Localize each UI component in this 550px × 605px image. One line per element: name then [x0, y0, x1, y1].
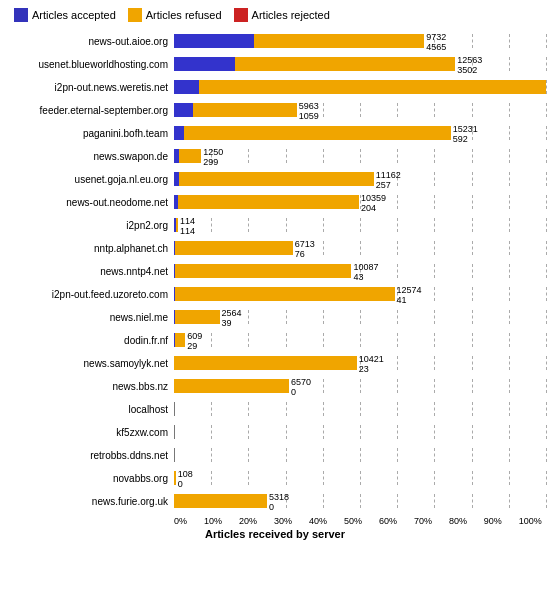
row-label: localhost — [4, 404, 174, 415]
bars-section: 125633502 — [174, 57, 546, 71]
table-row: news.nntp4.net1008743 — [4, 260, 546, 282]
table-row: novabbs.org1080 — [4, 467, 546, 489]
chart-area: news-out.aioe.org97324565usenet.blueworl… — [4, 30, 546, 513]
bars-section: 114114 — [174, 218, 546, 232]
grid-line — [546, 310, 547, 324]
table-row: retrobbs.ddns.net — [4, 444, 546, 466]
rejected-color-box — [234, 8, 248, 22]
grid-line — [546, 425, 547, 439]
table-row: news.swapon.de1250299 — [4, 145, 546, 167]
bars-section: 1008743 — [174, 264, 546, 278]
grid-line — [546, 356, 547, 370]
bar-accepted — [174, 34, 254, 48]
bars-section — [174, 425, 546, 439]
accepted-color-box — [14, 8, 28, 22]
grid-line — [546, 333, 547, 347]
row-label: retrobbs.ddns.net — [4, 450, 174, 461]
bar-refused — [175, 287, 395, 301]
bar-group — [174, 57, 546, 71]
bar-refused — [254, 34, 424, 48]
row-label: usenet.goja.nl.eu.org — [4, 174, 174, 185]
bar-refused — [184, 126, 451, 140]
bar-refused — [193, 103, 297, 117]
row-label: news.swapon.de — [4, 151, 174, 162]
table-row: kf5zxw.com — [4, 421, 546, 443]
table-row: dodin.fr.nf60929 — [4, 329, 546, 351]
bar-value-label: 1042123 — [357, 354, 384, 374]
row-label: i2pn2.org — [4, 220, 174, 231]
bar-refused — [175, 310, 220, 324]
bar-value-label: 15231592 — [451, 124, 478, 144]
grid-line — [546, 218, 547, 232]
bar-refused — [175, 241, 292, 255]
table-row: localhost — [4, 398, 546, 420]
bars-section: 1042123 — [174, 356, 546, 370]
bars-section: 65700 — [174, 379, 546, 393]
table-row: feeder.eternal-september.org59631059 — [4, 99, 546, 121]
bar-refused — [179, 149, 201, 163]
bar-refused — [199, 80, 546, 94]
row-label: news-out.neodome.net — [4, 197, 174, 208]
rejected-label: Articles rejected — [252, 9, 330, 21]
legend: Articles accepted Articles refused Artic… — [14, 8, 546, 22]
x-axis-label: 100% — [519, 516, 542, 526]
bars-section — [174, 402, 546, 416]
table-row: nntp.alphanet.ch671376 — [4, 237, 546, 259]
grid-line — [546, 80, 547, 94]
row-label: novabbs.org — [4, 473, 174, 484]
table-row: news.samoylyk.net1042123 — [4, 352, 546, 374]
x-axis-label: 70% — [414, 516, 432, 526]
bar-group — [174, 494, 546, 508]
bar-refused — [174, 494, 267, 508]
bar-group — [174, 333, 546, 347]
bar-group — [174, 425, 546, 439]
bar-group — [174, 241, 546, 255]
bar-group — [174, 218, 546, 232]
bar-group — [174, 402, 546, 416]
grid-line — [546, 264, 547, 278]
bar-value-label: 53180 — [267, 492, 289, 512]
x-axis-label: 30% — [274, 516, 292, 526]
bar-group — [174, 379, 546, 393]
bars-section: 11162257 — [174, 172, 546, 186]
bar-refused — [174, 356, 356, 370]
bar-value-label: 11162257 — [374, 170, 401, 190]
bar-group — [174, 34, 546, 48]
bars-section: 256439 — [174, 310, 546, 324]
x-axis-label: 20% — [239, 516, 257, 526]
table-row: i2pn2.org114114 — [4, 214, 546, 236]
bar-refused — [174, 379, 289, 393]
row-label: news.furie.org.uk — [4, 496, 174, 507]
bar-group — [174, 287, 546, 301]
row-label: i2pn-out.feed.uzoreto.com — [4, 289, 174, 300]
bars-section: 97324565 — [174, 34, 546, 48]
bar-accepted — [174, 103, 193, 117]
bars-section: 60929 — [174, 333, 546, 347]
bar-group — [174, 448, 546, 462]
table-row: news.furie.org.uk53180 — [4, 490, 546, 512]
table-row: i2pn-out.news.weretis.net212571561 — [4, 76, 546, 98]
legend-accepted: Articles accepted — [14, 8, 116, 22]
bars-section: 671376 — [174, 241, 546, 255]
x-axis-label: 80% — [449, 516, 467, 526]
bar-value-label: 10359204 — [359, 193, 386, 213]
refused-color-box — [128, 8, 142, 22]
bars-section: 1257441 — [174, 287, 546, 301]
grid-line — [546, 126, 547, 140]
bar-value-label: 1080 — [176, 469, 193, 489]
refused-label: Articles refused — [146, 9, 222, 21]
bars-section: 15231592 — [174, 126, 546, 140]
table-row: news-out.neodome.net10359204 — [4, 191, 546, 213]
bar-refused — [175, 264, 352, 278]
x-axis-label: 50% — [344, 516, 362, 526]
bar-value-label: 97324565 — [424, 32, 446, 52]
table-row: paganini.bofh.team15231592 — [4, 122, 546, 144]
bar-group — [174, 126, 546, 140]
grid-line — [546, 379, 547, 393]
table-row: usenet.goja.nl.eu.org11162257 — [4, 168, 546, 190]
row-label: feeder.eternal-september.org — [4, 105, 174, 116]
bar-value-label: 65700 — [289, 377, 311, 397]
x-axis: 0%10%20%30%40%50%60%70%80%90%100% — [174, 516, 546, 526]
bar-value-label: 1250299 — [201, 147, 223, 167]
bar-value-label: 1008743 — [351, 262, 378, 282]
